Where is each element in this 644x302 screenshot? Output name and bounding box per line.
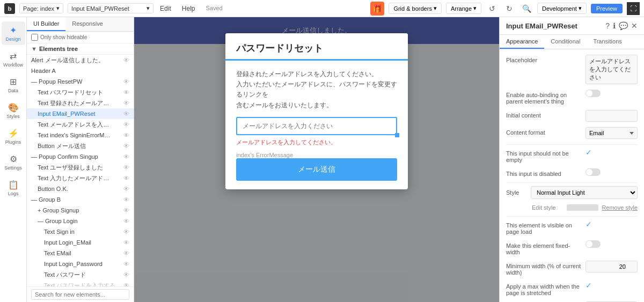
tree-item-text-user-reg[interactable]: Text ユーザ登録しました 👁 [27,162,134,173]
style-label: Style [506,189,528,196]
styles-icon: 🎨 [8,102,19,113]
eye-icon21: 👁 [123,282,129,286]
tree-item-text-pw-input[interactable]: Text パスワードを入力する… 👁 [27,280,134,286]
gift-icon[interactable]: 🎁 [370,2,384,16]
right-panel-icons: ? ℹ 💬 ✕ [605,21,638,30]
eye-icon17: 👁 [123,239,129,246]
tree-item-input-email[interactable]: Input EMail_PWReset 👁 [27,108,134,119]
sidebar-item-settings[interactable]: ⚙ Settings [2,150,25,174]
only-show-hideable-checkbox[interactable] [31,34,38,41]
style-select[interactable]: Normal Input Light Normal Input Dark [531,186,638,199]
modal-title: パスワードリセット [236,42,397,55]
visible-check[interactable]: ✓ [586,220,592,229]
initial-content-value [586,110,638,122]
only-show-hideable-label[interactable]: Only show hideable [31,34,87,41]
tab-transitions[interactable]: Transitions [587,35,628,49]
sidebar-item-styles[interactable]: 🎨 Styles [2,99,25,122]
is-disabled-toggle[interactable] [586,168,601,176]
modal-send-button[interactable]: メール送信 [236,158,397,181]
data-icon: ⊞ [10,77,17,87]
tree-item-group-login[interactable]: — Group Login 👁 [27,216,134,226]
development-button[interactable]: Development ▾ [537,3,587,14]
input-selector[interactable]: Input EMail_PWReset ▾ [68,3,153,13]
tree-item-text-signin[interactable]: Text Sign in 👁 [27,226,134,237]
remove-style-link[interactable]: Remove style [602,204,638,211]
help-menu[interactable]: Help [180,4,197,13]
edit-style-row: Edit style Remove style [506,204,638,211]
prop-fixed-width: Make this element fixed-width [506,240,638,255]
eye-icon19: 👁 [123,261,129,267]
tree-item-text-password[interactable]: Text パスワードリセット 👁 [27,87,134,98]
min-width-input[interactable] [586,261,638,272]
sidebar-item-workflow[interactable]: ⇄ Workflow [2,47,25,71]
sidebar-item-design[interactable]: ✦ Design [2,21,25,45]
chevron-down-icon3: ▾ [434,5,437,12]
input-selector-label: Input EMail_PWReset [71,5,129,12]
tree-item-input-login-pw[interactable]: Input Login_Password 👁 [27,259,134,269]
content-format-select[interactable]: Email Text Integer [586,127,638,139]
prop-content-format: Content format Email Text Integer [506,127,638,139]
right-panel: Input EMail_PWReset ? ℹ 💬 ✕ Appearance C… [499,17,644,302]
tree-item-headera[interactable]: Header A [27,65,134,76]
tree-item-popup-confirm[interactable]: — Popup Confirm Singup 👁 [27,151,134,162]
tree-item-popup-resetpw[interactable]: — Popup ResetPW 👁 [27,76,134,87]
tree-item-text-error-m[interactable]: Text index's SigninErrorM… 👁 [27,130,134,141]
sidebar-item-plugins[interactable]: ⚡ Plugins [2,124,25,148]
prop-visible: This element is visible on page load ✓ [506,220,638,235]
tree-item-text-pw[interactable]: Text パスワード 👁 [27,269,134,280]
elements-panel: UI Builder Responsive Only show hideable… [27,17,134,302]
eye-icon13: 👁 [123,196,129,203]
tab-appearance[interactable]: Appearance [500,35,544,49]
fixed-width-label: Make this element fixed-width [506,240,581,255]
panel-tabs: UI Builder Responsive [27,17,134,32]
comment-icon[interactable]: 💬 [619,21,628,30]
sidebar-item-logs[interactable]: 📋 Logs [2,176,25,200]
prop-initial-content: Initial content [506,110,638,122]
page-selector[interactable]: Page: index ▾ [19,3,63,13]
modal-overlay: パスワードリセット 登録されたメールアドレスを入力してください。入力いただいたメ… [134,17,499,302]
grid-borders-button[interactable]: Grid & borders ▾ [389,3,442,14]
close-icon[interactable]: ✕ [631,21,638,30]
auto-binding-label: Enable auto-binding on parent element's … [506,90,581,105]
tree-toggle[interactable]: ▼ [31,46,37,52]
tab-responsive[interactable]: Responsive [65,17,109,31]
help-icon[interactable]: ? [605,21,610,30]
tab-ui-builder[interactable]: UI Builder [27,17,65,31]
tab-conditional[interactable]: Conditional [544,35,587,49]
fixed-width-toggle[interactable] [586,240,601,248]
edit-menu[interactable]: Edit [158,4,173,13]
tree-item-text-input-mail[interactable]: Text 入力したメールアド… 👁 [27,173,134,183]
undo-button[interactable]: ↺ [486,2,499,15]
auto-binding-toggle[interactable] [586,90,601,97]
tree-item-group-signup[interactable]: + Group Signup 👁 [27,205,134,216]
initial-content-input[interactable] [586,110,638,122]
modal-box: パスワードリセット 登録されたメールアドレスを入力してください。入力いただいたメ… [225,33,408,189]
eye-icon: 👁 [123,57,129,63]
modal-error-msg-label: index's ErrorMessage [236,152,397,158]
design-icon: ✦ [10,25,17,35]
expand-button[interactable]: ⛶ [627,2,640,15]
sidebar-item-data[interactable]: ⊞ Data [2,73,25,97]
arrange-button[interactable]: Arrange ▾ [446,3,481,14]
tree-item-alert[interactable]: Alert メール送信しました。 👁 [27,55,134,65]
not-empty-check[interactable]: ✓ [586,148,592,157]
info-icon[interactable]: ℹ [613,21,616,30]
tree-item-input-login-email[interactable]: Input Login_EMail 👁 [27,237,134,248]
saved-badge: Saved [203,4,224,13]
modal-email-input[interactable] [236,117,397,135]
right-panel-body: Placeholder メールアドレスを入力してください Enable auto… [500,49,644,302]
tree-item-btn-mail[interactable]: Button メール送信 👁 [27,141,134,151]
redo-button[interactable]: ↻ [503,2,516,15]
tree-item-btn-ok[interactable]: Button O.K. 👁 [27,183,134,194]
tree-item-group-b[interactable]: — Group B 👁 [27,194,134,205]
preview-button[interactable]: Preview [591,4,623,13]
search-input[interactable] [31,289,129,300]
chevron-down-icon: ▾ [56,5,60,12]
apply-max-width-check[interactable]: ✓ [586,281,592,290]
tree-item-text-email[interactable]: Text EMail 👁 [27,248,134,259]
prop-is-disabled: This input is disabled [506,168,638,177]
tree-item-text-registered[interactable]: Text 登録されたメールア… 👁 [27,98,134,108]
search-button[interactable]: 🔍 [520,2,533,15]
tree-item-text-mail-addr[interactable]: Text メールアドレスを入… 👁 [27,119,134,130]
style-preview-bar [567,204,598,211]
